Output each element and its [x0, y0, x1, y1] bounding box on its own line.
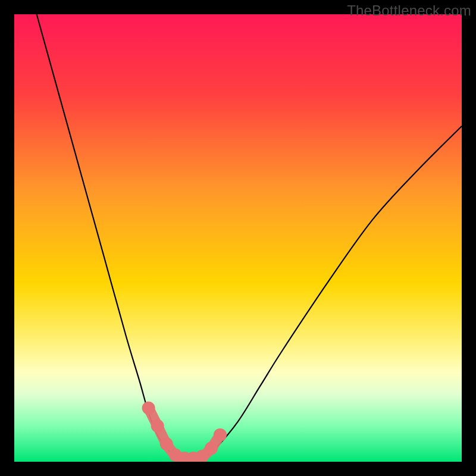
marker-dot: [151, 419, 164, 433]
marker-dot: [142, 402, 155, 415]
bottleneck-chart: [14, 14, 462, 462]
marker-dot: [160, 437, 173, 450]
marker-dot: [205, 441, 218, 455]
chart-frame: [14, 14, 462, 462]
watermark-text: TheBottleneck.com: [347, 2, 471, 19]
gradient-background: [14, 14, 462, 462]
marker-dot: [214, 428, 227, 441]
